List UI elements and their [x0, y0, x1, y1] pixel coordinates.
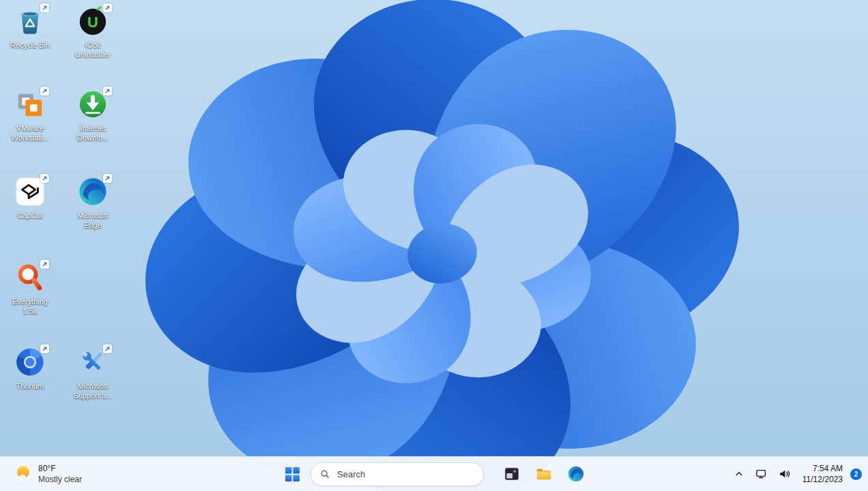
- icon-label: CapCut: [17, 211, 42, 220]
- speaker-icon: [778, 467, 792, 481]
- icon-label: IObit Uninstaller: [75, 40, 111, 60]
- shortcut-arrow-icon: [40, 344, 49, 353]
- shortcut-arrow-icon: [103, 174, 112, 183]
- display-network-icon: [755, 467, 768, 481]
- desktop-icon-recycle-bin[interactable]: Recycle Bin: [0, 5, 60, 50]
- icon-label: Thorium: [16, 381, 44, 391]
- desktop-icon-iobit-uninstaller[interactable]: U IObit Uninstaller: [63, 5, 123, 60]
- weather-widget[interactable]: 80°F Mostly clear: [5, 460, 89, 488]
- shortcut-arrow-icon: [103, 87, 112, 95]
- notification-count-badge[interactable]: 2: [850, 468, 862, 480]
- desktop-icon-microsoft-support[interactable]: Microsoft Support a...: [63, 346, 123, 401]
- shortcut-arrow-icon: [40, 87, 49, 95]
- icon-label: Microsoft Support a...: [74, 381, 113, 401]
- shortcut-arrow-icon: [103, 344, 112, 353]
- weather-condition: Mostly clear: [38, 474, 82, 485]
- chevron-up-icon: [733, 468, 745, 480]
- taskbar: 80°F Mostly clear: [0, 456, 868, 491]
- icon-label: Internet Downlo...: [77, 123, 108, 143]
- shortcut-arrow-icon: [40, 174, 49, 183]
- desktop-icon-everything[interactable]: Everything 1.5a: [0, 262, 60, 316]
- network-status-button[interactable]: [751, 462, 772, 486]
- shortcut-arrow-icon: [40, 3, 49, 12]
- desktop-icon-internet-download-manager[interactable]: Internet Downlo...: [63, 89, 123, 143]
- file-explorer-folder-icon: [535, 465, 553, 483]
- edge-browser-icon: [567, 465, 585, 483]
- search-input[interactable]: [336, 468, 474, 480]
- shortcut-arrow-icon: [40, 260, 49, 269]
- tray-overflow-button[interactable]: [729, 462, 749, 486]
- weather-temperature: 80°F: [38, 463, 82, 474]
- search-icon: [320, 468, 330, 479]
- sun-small-cloud-icon: [12, 464, 33, 484]
- desktop-icon-microsoft-edge[interactable]: Microsoft Edge: [63, 176, 123, 230]
- desktop[interactable]: Recycle Bin U IObit Uninstaller: [0, 0, 868, 491]
- taskbar-search-box[interactable]: [310, 462, 484, 486]
- desktop-icon-vmware-workstation[interactable]: VMware Workstati...: [0, 89, 60, 143]
- windows-start-icon: [284, 466, 301, 483]
- desktop-icon-thorium[interactable]: Thorium: [0, 346, 60, 391]
- clock-widget[interactable]: 7:54 AM 11/12/2023: [797, 462, 848, 486]
- icon-label: VMware Workstati...: [12, 123, 49, 143]
- start-button[interactable]: [278, 460, 306, 488]
- icon-label: Everything 1.5a: [12, 297, 48, 316]
- desktop-icon-capcut[interactable]: CapCut: [0, 176, 60, 220]
- clock-date: 11/12/2023: [802, 474, 843, 485]
- taskbar-app-edge[interactable]: [562, 460, 590, 488]
- svg-text:U: U: [87, 14, 98, 31]
- icon-label: Microsoft Edge: [78, 211, 108, 230]
- taskbar-app-dark-window[interactable]: [498, 460, 525, 488]
- wallpaper-bloom-graphic: [0, 0, 868, 491]
- icon-label: Recycle Bin: [10, 40, 50, 50]
- volume-button[interactable]: [774, 462, 796, 486]
- clock-time: 7:54 AM: [813, 463, 843, 474]
- shortcut-arrow-icon: [103, 3, 112, 12]
- dark-window-app-icon: [503, 465, 521, 483]
- taskbar-app-file-explorer[interactable]: [530, 460, 558, 488]
